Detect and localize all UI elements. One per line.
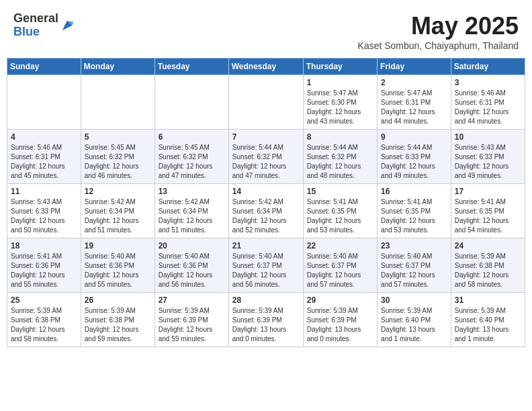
day-number: 12 bbox=[85, 187, 151, 196]
calendar-cell: 15Sunrise: 5:41 AMSunset: 6:35 PMDayligh… bbox=[303, 184, 377, 238]
cell-content: Sunrise: 5:41 AMSunset: 6:35 PMDaylight:… bbox=[455, 197, 521, 235]
cell-content: Sunrise: 5:44 AMSunset: 6:33 PMDaylight:… bbox=[381, 143, 447, 181]
calendar-cell: 29Sunrise: 5:39 AMSunset: 6:39 PMDayligh… bbox=[303, 293, 377, 347]
day-number: 7 bbox=[232, 132, 300, 142]
calendar-cell: 11Sunrise: 5:43 AMSunset: 6:33 PMDayligh… bbox=[7, 184, 81, 238]
day-number: 14 bbox=[232, 187, 300, 196]
calendar-cell: 14Sunrise: 5:42 AMSunset: 6:34 PMDayligh… bbox=[228, 184, 303, 238]
day-number: 23 bbox=[381, 241, 447, 250]
calendar-cell: 4Sunrise: 5:46 AMSunset: 6:31 PMDaylight… bbox=[7, 130, 81, 184]
weekday-header-wednesday: Wednesday bbox=[228, 58, 303, 75]
cell-content: Sunrise: 5:47 AMSunset: 6:30 PMDaylight:… bbox=[307, 89, 373, 126]
cell-content: Sunrise: 5:43 AMSunset: 6:33 PMDaylight:… bbox=[11, 197, 77, 235]
cell-content: Sunrise: 5:40 AMSunset: 6:37 PMDaylight:… bbox=[381, 252, 447, 289]
day-number: 21 bbox=[232, 241, 300, 250]
day-number: 16 bbox=[381, 187, 447, 196]
calendar-cell: 18Sunrise: 5:41 AMSunset: 6:36 PMDayligh… bbox=[7, 238, 81, 293]
week-row-2: 4Sunrise: 5:46 AMSunset: 6:31 PMDaylight… bbox=[7, 130, 525, 184]
calendar-cell: 19Sunrise: 5:40 AMSunset: 6:36 PMDayligh… bbox=[81, 238, 154, 293]
calendar-cell bbox=[81, 75, 154, 130]
day-number: 3 bbox=[455, 78, 521, 87]
cell-content: Sunrise: 5:44 AMSunset: 6:32 PMDaylight:… bbox=[307, 143, 373, 181]
day-number: 24 bbox=[455, 241, 521, 250]
logo-icon bbox=[60, 18, 75, 33]
calendar-cell bbox=[154, 75, 228, 130]
cell-content: Sunrise: 5:40 AMSunset: 6:37 PMDaylight:… bbox=[307, 252, 373, 289]
day-number: 11 bbox=[11, 187, 77, 196]
weekday-header-sunday: Sunday bbox=[7, 58, 81, 75]
day-number: 1 bbox=[307, 78, 373, 87]
calendar-cell bbox=[7, 75, 81, 130]
weekday-header-thursday: Thursday bbox=[303, 58, 377, 75]
calendar-cell: 27Sunrise: 5:39 AMSunset: 6:39 PMDayligh… bbox=[154, 293, 228, 347]
cell-content: Sunrise: 5:39 AMSunset: 6:38 PMDaylight:… bbox=[455, 252, 521, 289]
weekday-header-monday: Monday bbox=[81, 58, 154, 75]
day-number: 28 bbox=[232, 295, 300, 305]
day-number: 10 bbox=[455, 132, 521, 142]
calendar-cell: 1Sunrise: 5:47 AMSunset: 6:30 PMDaylight… bbox=[303, 75, 377, 130]
day-number: 20 bbox=[159, 241, 225, 250]
month-title: May 2025 bbox=[358, 12, 519, 40]
day-number: 5 bbox=[85, 132, 151, 142]
day-number: 4 bbox=[11, 132, 77, 142]
calendar-cell: 21Sunrise: 5:40 AMSunset: 6:37 PMDayligh… bbox=[228, 238, 303, 293]
title-block: May 2025 Kaset Sombun, Chaiyaphum, Thail… bbox=[358, 12, 519, 51]
calendar-cell: 5Sunrise: 5:45 AMSunset: 6:32 PMDaylight… bbox=[81, 130, 154, 184]
calendar-cell: 13Sunrise: 5:42 AMSunset: 6:34 PMDayligh… bbox=[154, 184, 228, 238]
day-number: 27 bbox=[159, 295, 225, 305]
calendar-cell: 17Sunrise: 5:41 AMSunset: 6:35 PMDayligh… bbox=[451, 184, 525, 238]
week-row-5: 25Sunrise: 5:39 AMSunset: 6:38 PMDayligh… bbox=[7, 293, 525, 347]
calendar-cell: 8Sunrise: 5:44 AMSunset: 6:32 PMDaylight… bbox=[303, 130, 377, 184]
day-number: 18 bbox=[11, 241, 77, 250]
cell-content: Sunrise: 5:39 AMSunset: 6:39 PMDaylight:… bbox=[159, 306, 225, 344]
cell-content: Sunrise: 5:39 AMSunset: 6:40 PMDaylight:… bbox=[381, 306, 447, 344]
day-number: 29 bbox=[307, 295, 373, 305]
day-number: 30 bbox=[381, 295, 447, 305]
weekday-header-tuesday: Tuesday bbox=[154, 58, 228, 75]
cell-content: Sunrise: 5:41 AMSunset: 6:35 PMDaylight:… bbox=[381, 197, 447, 235]
cell-content: Sunrise: 5:39 AMSunset: 6:39 PMDaylight:… bbox=[307, 306, 373, 344]
cell-content: Sunrise: 5:46 AMSunset: 6:31 PMDaylight:… bbox=[11, 143, 77, 181]
day-number: 17 bbox=[455, 187, 521, 196]
calendar-cell: 3Sunrise: 5:46 AMSunset: 6:31 PMDaylight… bbox=[451, 75, 525, 130]
week-row-4: 18Sunrise: 5:41 AMSunset: 6:36 PMDayligh… bbox=[7, 238, 525, 293]
day-number: 9 bbox=[381, 132, 447, 142]
calendar-cell: 31Sunrise: 5:39 AMSunset: 6:40 PMDayligh… bbox=[451, 293, 525, 347]
day-number: 2 bbox=[381, 78, 447, 87]
day-number: 25 bbox=[11, 295, 77, 305]
calendar-cell: 20Sunrise: 5:40 AMSunset: 6:36 PMDayligh… bbox=[154, 238, 228, 293]
cell-content: Sunrise: 5:44 AMSunset: 6:32 PMDaylight:… bbox=[232, 143, 300, 181]
calendar-cell: 9Sunrise: 5:44 AMSunset: 6:33 PMDaylight… bbox=[378, 130, 451, 184]
cell-content: Sunrise: 5:39 AMSunset: 6:40 PMDaylight:… bbox=[455, 306, 521, 344]
weekday-header-saturday: Saturday bbox=[451, 58, 525, 75]
logo: General Blue bbox=[13, 12, 75, 39]
cell-content: Sunrise: 5:42 AMSunset: 6:34 PMDaylight:… bbox=[232, 197, 300, 235]
calendar-cell: 12Sunrise: 5:42 AMSunset: 6:34 PMDayligh… bbox=[81, 184, 154, 238]
cell-content: Sunrise: 5:40 AMSunset: 6:36 PMDaylight:… bbox=[85, 252, 151, 289]
logo-text: General Blue bbox=[13, 12, 58, 39]
calendar-cell: 28Sunrise: 5:39 AMSunset: 6:39 PMDayligh… bbox=[228, 293, 303, 347]
day-number: 6 bbox=[159, 132, 225, 142]
cell-content: Sunrise: 5:39 AMSunset: 6:39 PMDaylight:… bbox=[232, 306, 300, 344]
week-row-3: 11Sunrise: 5:43 AMSunset: 6:33 PMDayligh… bbox=[7, 184, 525, 238]
calendar-cell bbox=[228, 75, 303, 130]
cell-content: Sunrise: 5:41 AMSunset: 6:35 PMDaylight:… bbox=[307, 197, 373, 235]
cell-content: Sunrise: 5:46 AMSunset: 6:31 PMDaylight:… bbox=[455, 89, 521, 126]
calendar-cell: 23Sunrise: 5:40 AMSunset: 6:37 PMDayligh… bbox=[378, 238, 451, 293]
cell-content: Sunrise: 5:41 AMSunset: 6:36 PMDaylight:… bbox=[11, 252, 77, 289]
cell-content: Sunrise: 5:39 AMSunset: 6:38 PMDaylight:… bbox=[11, 306, 77, 344]
day-number: 15 bbox=[307, 187, 373, 196]
calendar-cell: 16Sunrise: 5:41 AMSunset: 6:35 PMDayligh… bbox=[378, 184, 451, 238]
calendar-cell: 24Sunrise: 5:39 AMSunset: 6:38 PMDayligh… bbox=[451, 238, 525, 293]
day-number: 8 bbox=[307, 132, 373, 142]
cell-content: Sunrise: 5:40 AMSunset: 6:37 PMDaylight:… bbox=[232, 252, 300, 289]
calendar-cell: 22Sunrise: 5:40 AMSunset: 6:37 PMDayligh… bbox=[303, 238, 377, 293]
calendar-cell: 30Sunrise: 5:39 AMSunset: 6:40 PMDayligh… bbox=[378, 293, 451, 347]
day-number: 31 bbox=[455, 295, 521, 305]
day-number: 22 bbox=[307, 241, 373, 250]
calendar-cell: 2Sunrise: 5:47 AMSunset: 6:31 PMDaylight… bbox=[378, 75, 451, 130]
weekday-header-row: SundayMondayTuesdayWednesdayThursdayFrid… bbox=[7, 58, 525, 75]
calendar-cell: 7Sunrise: 5:44 AMSunset: 6:32 PMDaylight… bbox=[228, 130, 303, 184]
cell-content: Sunrise: 5:45 AMSunset: 6:32 PMDaylight:… bbox=[159, 143, 225, 181]
calendar-cell: 10Sunrise: 5:43 AMSunset: 6:33 PMDayligh… bbox=[451, 130, 525, 184]
